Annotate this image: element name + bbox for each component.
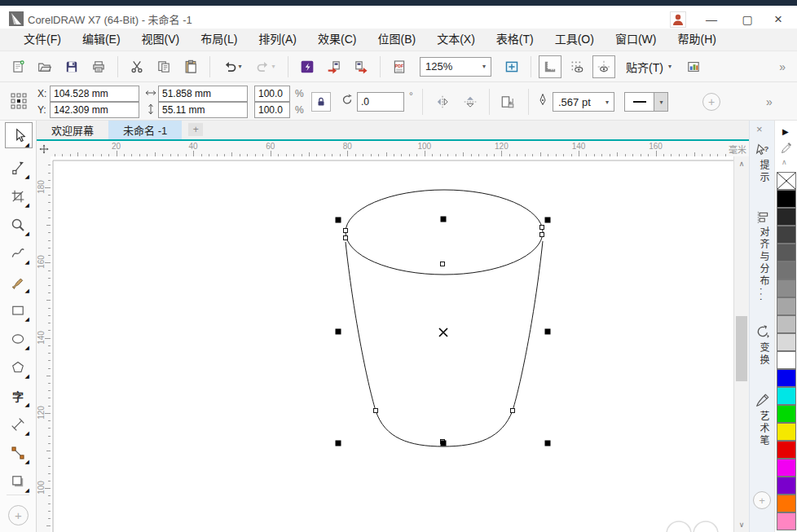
menu-item-2[interactable]: 编辑(E) (72, 29, 131, 51)
docker-tab-artistic-media[interactable]: 艺术笔 (757, 411, 771, 447)
color-swatch[interactable] (777, 208, 796, 226)
add-property-button[interactable]: + (702, 93, 720, 111)
lock-ratio-button[interactable] (311, 92, 331, 112)
color-swatch[interactable] (777, 279, 796, 297)
publish-pdf-button[interactable]: PDF (388, 55, 411, 78)
line-style-combo[interactable]: ▾ (624, 92, 668, 112)
align-distribute-docker-icon[interactable] (755, 210, 768, 223)
menu-item-3[interactable]: 视图(V) (131, 29, 191, 51)
mirror-horizontal-button[interactable] (432, 92, 453, 112)
y-position-input[interactable]: 142.309 mm (50, 102, 139, 118)
copy-button[interactable] (152, 55, 175, 78)
mirror-vertical-button[interactable] (460, 92, 481, 112)
color-swatch[interactable] (777, 512, 796, 530)
dimension-tool[interactable]: ◢ (4, 413, 32, 436)
vertical-ruler[interactable]: 180160140120100 (37, 156, 51, 532)
x-position-input[interactable]: 104.528 mm (50, 86, 139, 102)
selection-handle[interactable] (545, 218, 551, 223)
color-swatch[interactable] (777, 297, 796, 315)
menu-item-11[interactable]: 窗口(W) (605, 29, 667, 51)
color-swatch[interactable] (777, 190, 796, 208)
zoom-levels-combo[interactable]: 125%▾ (420, 57, 491, 77)
selection-handle[interactable] (336, 329, 341, 335)
scale-vertical-input[interactable]: 100.0 (254, 102, 290, 118)
save-button[interactable] (60, 55, 83, 78)
object-height-input[interactable]: 55.11 mm (158, 102, 248, 118)
hints-docker-icon[interactable]: ? (755, 143, 768, 156)
selection-handle[interactable] (441, 217, 447, 222)
cup-body-path[interactable] (346, 241, 543, 446)
menu-item-5[interactable]: 排列(A) (248, 29, 307, 51)
color-swatch[interactable] (777, 226, 796, 244)
outline-width-combo[interactable]: .567 pt ▾ (553, 92, 614, 112)
docker-close-icon[interactable]: × (756, 123, 763, 135)
account-icon[interactable] (670, 11, 686, 28)
color-swatch[interactable] (777, 369, 796, 387)
full-screen-preview-button[interactable] (500, 55, 523, 78)
undo-button[interactable]: ▾ (218, 55, 247, 78)
color-swatch[interactable] (777, 262, 796, 279)
color-swatch[interactable] (777, 351, 796, 369)
menu-item-6[interactable]: 效果(C) (307, 29, 367, 51)
close-button[interactable]: × (766, 9, 790, 30)
palette-flyout-icon[interactable]: ▶ (782, 127, 789, 136)
print-button[interactable] (87, 55, 110, 78)
app-launcher-button[interactable] (296, 55, 319, 78)
add-docker-button[interactable]: + (753, 491, 771, 509)
vertical-scrollbar[interactable]: ∧ ∨ (733, 156, 749, 532)
ruler-origin-button[interactable] (37, 141, 51, 156)
document-tab-1[interactable]: 欢迎屏幕 (37, 121, 108, 139)
docker-tab-align-distribute[interactable]: 对齐与分布... (757, 226, 771, 303)
object-width-input[interactable]: 51.858 mm (158, 86, 248, 102)
color-swatch[interactable] (777, 387, 796, 405)
rectangle-tool[interactable]: ◢ (4, 299, 32, 322)
color-swatch[interactable] (777, 333, 796, 351)
palette-scroll-up-icon[interactable]: ∧ (782, 158, 787, 166)
add-tool-button[interactable]: + (8, 505, 29, 525)
scroll-up-button[interactable]: ∧ (734, 156, 749, 171)
selection-handle[interactable] (545, 329, 551, 335)
menu-item-10[interactable]: 工具(O) (544, 29, 605, 51)
curve-node[interactable] (344, 229, 348, 233)
show-guidelines-button[interactable] (592, 55, 615, 78)
curve-node[interactable] (441, 262, 445, 266)
color-swatch[interactable] (777, 459, 796, 477)
connector-tool[interactable]: ◢ (4, 442, 32, 464)
color-swatch[interactable] (777, 441, 796, 459)
rotation-angle-input[interactable]: .0 (357, 92, 404, 112)
show-grid-button[interactable] (566, 55, 588, 78)
transform-docker-icon[interactable] (755, 324, 768, 337)
menu-item-7[interactable]: 位图(B) (367, 29, 426, 51)
scale-horizontal-input[interactable]: 100.0 (254, 86, 290, 102)
artistic-media-docker-icon[interactable] (755, 393, 768, 406)
ellipse-tool[interactable]: ◢ (4, 328, 32, 350)
selection-handle[interactable] (545, 441, 551, 446)
menu-item-12[interactable]: 帮助(H) (667, 29, 726, 51)
minimize-button[interactable]: — (699, 9, 724, 30)
menu-item-9[interactable]: 表格(T) (486, 29, 544, 51)
selection-handle[interactable] (336, 441, 341, 446)
scrollbar-thumb[interactable] (736, 316, 747, 381)
color-swatch[interactable] (777, 315, 796, 333)
color-swatch[interactable] (777, 495, 796, 512)
selection-handle[interactable] (336, 218, 341, 223)
property-bar-overflow-button[interactable]: » (766, 95, 773, 108)
toolbar-overflow-button[interactable]: » (779, 60, 790, 73)
scroll-down-button[interactable]: ∨ (734, 517, 749, 532)
menu-item-4[interactable]: 布局(L) (190, 29, 248, 51)
selection-center-mark[interactable] (439, 328, 447, 336)
pick-tool[interactable]: ◢ (5, 122, 33, 148)
horizontal-ruler[interactable]: 毫米 20406080100120140160 (51, 141, 750, 156)
curve-node[interactable] (374, 409, 378, 413)
curve-node[interactable] (540, 226, 544, 230)
curve-node[interactable] (511, 409, 515, 413)
docker-tab-transform[interactable]: 变换 (757, 342, 771, 367)
color-swatch[interactable] (777, 405, 796, 423)
selection-handle[interactable] (441, 441, 447, 446)
color-swatch[interactable] (777, 244, 796, 262)
shape-tool[interactable]: ◢ (4, 156, 32, 179)
menu-item-1[interactable]: 文件(F) (13, 29, 72, 51)
text-tool[interactable]: 字◢ (4, 385, 32, 407)
new-document-tab-button[interactable]: + (188, 123, 203, 136)
drop-shadow-tool[interactable]: ◢ (4, 470, 32, 493)
